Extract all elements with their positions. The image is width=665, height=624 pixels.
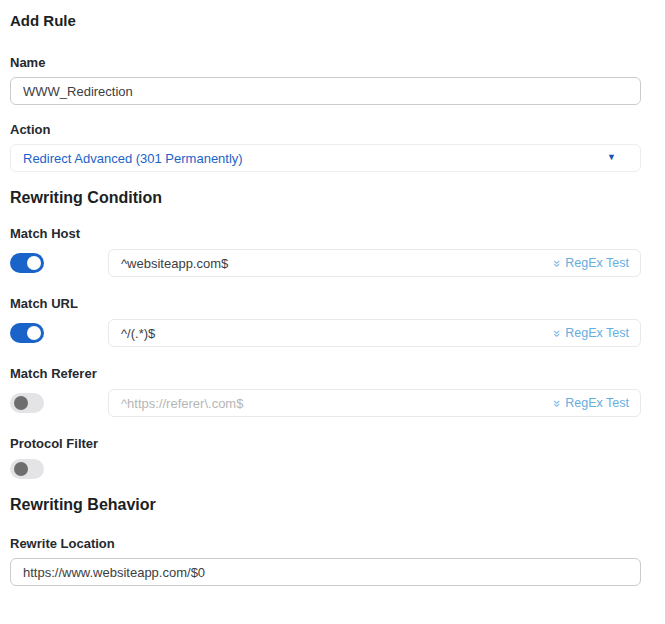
- protocol-filter-label: Protocol Filter: [10, 436, 641, 451]
- action-selected-value: Redirect Advanced (301 Permanently): [23, 151, 243, 166]
- chevron-down-icon: ▼: [607, 153, 616, 162]
- match-url-input-group: » RegEx Test: [108, 319, 641, 347]
- rewrite-location-label: Rewrite Location: [10, 536, 641, 551]
- action-select[interactable]: Redirect Advanced (301 Permanently) ▼: [10, 144, 641, 172]
- match-host-input-group: » RegEx Test: [108, 249, 641, 277]
- double-chevron-down-icon: »: [551, 259, 564, 266]
- double-chevron-down-icon: »: [551, 399, 564, 406]
- name-label: Name: [10, 55, 641, 70]
- match-referer-toggle[interactable]: [10, 393, 44, 413]
- toggle-knob: [27, 326, 41, 340]
- rewrite-location-input[interactable]: [10, 558, 641, 586]
- regex-test-label: RegEx Test: [565, 326, 629, 340]
- match-url-label: Match URL: [10, 296, 641, 311]
- match-referer-input-group: » RegEx Test: [108, 389, 641, 417]
- match-referer-regex-test-link[interactable]: » RegEx Test: [548, 396, 629, 410]
- protocol-filter-row: [10, 459, 641, 479]
- regex-test-label: RegEx Test: [565, 396, 629, 410]
- match-host-label: Match Host: [10, 226, 641, 241]
- toggle-knob: [14, 396, 28, 410]
- regex-test-label: RegEx Test: [565, 256, 629, 270]
- match-url-regex-test-link[interactable]: » RegEx Test: [548, 326, 629, 340]
- match-url-toggle[interactable]: [10, 323, 44, 343]
- match-url-row: » RegEx Test: [10, 319, 641, 347]
- match-host-regex-test-link[interactable]: » RegEx Test: [548, 256, 629, 270]
- add-rule-form: Add Rule Name Action Redirect Advanced (…: [0, 0, 665, 624]
- match-host-toggle[interactable]: [10, 253, 44, 273]
- section-title-rewriting-behavior: Rewriting Behavior: [10, 496, 641, 514]
- page-title: Add Rule: [10, 12, 641, 29]
- protocol-filter-toggle[interactable]: [10, 459, 44, 479]
- action-label: Action: [10, 122, 641, 137]
- section-title-rewriting-condition: Rewriting Condition: [10, 189, 641, 207]
- toggle-knob: [14, 462, 28, 476]
- match-referer-row: » RegEx Test: [10, 389, 641, 417]
- toggle-knob: [27, 256, 41, 270]
- name-input[interactable]: [10, 77, 641, 105]
- match-host-row: » RegEx Test: [10, 249, 641, 277]
- match-referer-label: Match Referer: [10, 366, 641, 381]
- double-chevron-down-icon: »: [551, 329, 564, 336]
